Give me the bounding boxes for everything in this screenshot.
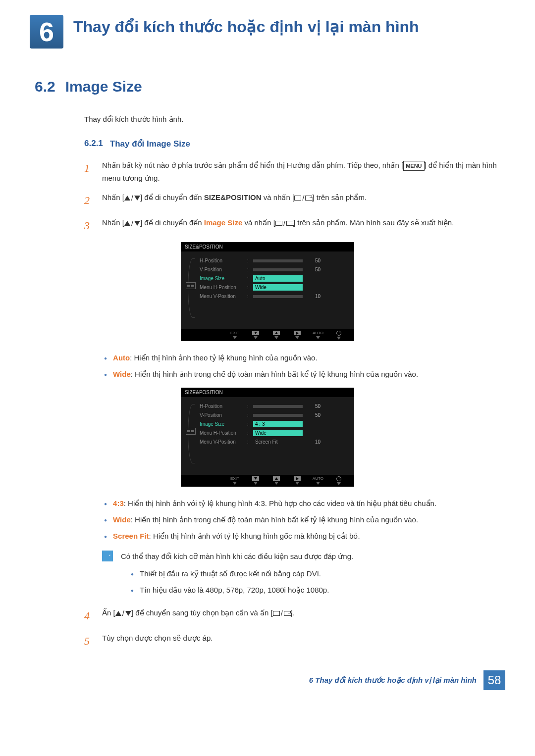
osd-selected-option: 4 : 3 (253, 421, 303, 427)
osd-label: Image Size (200, 421, 244, 427)
step-text: ] trên sản phẩm. Màn hình sau đây sẽ xuấ… (293, 218, 454, 227)
osd-bracket-icon (188, 258, 195, 318)
step-number: 1 (84, 159, 93, 184)
bullet-icon: ● (104, 367, 107, 381)
list-item: ●Auto: Hiển thị hình ảnh theo tỷ lệ khun… (104, 351, 505, 364)
power-icon (336, 331, 341, 336)
osd-option: Wide (253, 430, 303, 436)
osd-auto-button: AUTO (308, 476, 328, 485)
option-desc: : Hiển thị hình ảnh trong chế độ toàn mà… (131, 515, 418, 524)
step-text: Ấn [ (102, 608, 115, 617)
step-text: ] trên sản phẩm. (312, 193, 367, 202)
step-number: 4 (84, 606, 93, 625)
osd-row-menuvposition: Menu V-Position:Screen Fit10 (200, 438, 347, 447)
step-number: 5 (84, 632, 93, 650)
note-intro: Có thể thay đổi kích cỡ màn hình khi các… (121, 550, 505, 563)
step-text: Tùy chọn được chọn sẽ được áp. (102, 632, 505, 650)
power-icon (336, 476, 341, 481)
up-down-icon: / (115, 607, 131, 620)
step-text: và nhấn [ (262, 193, 295, 202)
osd-value: 50 (306, 403, 321, 409)
step-text: Nhấn bất kỳ nút nào ở phía trước sản phẩ… (102, 161, 403, 169)
osd-down-button (245, 331, 266, 339)
section-title: Image Size (65, 78, 142, 95)
step-text: Nhấn [ (102, 218, 124, 227)
osd-value: 10 (306, 439, 321, 445)
chapter-header: 6 Thay đổi kích thước hoặc định vị lại m… (30, 15, 505, 49)
step-text: ] để di chuyển đến (140, 193, 204, 202)
osd-row-option: Menu H-Position:Wide (200, 429, 347, 438)
osd-value: 10 (306, 294, 321, 299)
osd-exit-button: EXIT (224, 476, 245, 485)
bullet-icon: ● (131, 567, 134, 580)
osd-power-button (328, 331, 349, 340)
section-number: 6.2 (35, 78, 55, 95)
list-item: ●Wide: Hiển thị hình ảnh trong chế độ to… (104, 367, 505, 381)
osd-label: H-Position (200, 258, 244, 263)
list-item: ●Thiết bị đầu ra kỹ thuật số được kết nố… (131, 567, 505, 580)
list-item: ●Screen Fit: Hiển thị hình ảnh với tỷ lệ… (104, 529, 505, 543)
option-term: Wide (113, 515, 131, 524)
osd-row-hposition: H-Position:50 (200, 402, 347, 411)
intro-text: Thay đổi kích thước hình ảnh. (30, 115, 505, 124)
step-text: ] để chuyển sang tùy chọn bạn cần và ấn … (131, 608, 273, 617)
osd-row-hposition: H-Position:50 (200, 256, 347, 265)
osd-row-menuvposition: Menu V-Position:10 (200, 292, 347, 301)
option-term: Screen Fit (113, 532, 149, 540)
osd-title: SIZE&POSITION (181, 388, 354, 397)
bullet-icon: ● (104, 497, 107, 510)
osd-right-button (287, 331, 308, 339)
enter-icon: / (294, 192, 312, 204)
osd-auto-button: AUTO (308, 331, 328, 339)
osd-label: Menu H-Position (200, 430, 244, 436)
step-number: 2 (84, 191, 93, 209)
option-desc: : Hiển thị hình ảnh trong chế độ toàn mà… (131, 370, 418, 378)
bullet-icon: ● (104, 529, 107, 543)
option-term: Wide (113, 370, 131, 378)
osd-screenshot-1: SIZE&POSITION H-Position:50 V-Position:5… (181, 242, 354, 341)
subsection-number: 6.2.1 (84, 139, 103, 149)
osd-option: Screen Fit (253, 439, 303, 445)
chapter-title: Thay đổi kích thước hoặc định vị lại màn… (73, 15, 419, 38)
osd-label: Menu V-Position (200, 294, 244, 299)
menu-button-label: MENU (403, 161, 424, 171)
section-heading: 6.2 Image Size (30, 78, 505, 95)
bullet-icon: ● (131, 583, 134, 597)
osd-selected-option: Auto (253, 275, 303, 282)
osd-title: SIZE&POSITION (181, 242, 354, 252)
page-footer: 6 Thay đổi kích thước hoặc định vị lại m… (30, 670, 505, 690)
option-desc: : Hiển thị hình ảnh với tỷ lệ khung hình… (124, 499, 436, 507)
nav-target: Image Size (204, 218, 243, 227)
list-item: ●Wide: Hiển thị hình ảnh trong chế độ to… (104, 513, 505, 526)
option-term: Auto (113, 353, 130, 362)
list-item: ●4:3: Hiển thị hình ảnh với tỷ lệ khung … (104, 497, 505, 510)
osd-label: V-Position (200, 267, 244, 272)
osd-down-button (245, 476, 266, 485)
osd-value: 50 (306, 258, 321, 263)
bullet-icon: ● (104, 351, 107, 364)
up-down-icon: / (124, 217, 140, 230)
step-number: 3 (84, 216, 93, 235)
osd-button-bar: EXIT AUTO (181, 475, 354, 487)
note-item-text: Thiết bị đầu ra kỹ thuật số được kết nối… (140, 567, 321, 580)
enter-icon: / (275, 217, 293, 230)
subsection-title: Thay đổi Image Size (110, 139, 190, 149)
nav-target: SIZE&POSITION (204, 193, 262, 202)
step-4: 4 Ấn [/] để chuyển sang tùy chọn bạn cần… (84, 606, 505, 625)
osd-row-option: Menu H-Position:Wide (200, 283, 347, 292)
osd-bracket-icon (188, 404, 195, 463)
osd-option: Wide (253, 284, 303, 291)
osd-row-imagesize: Image Size:4 : 3 (200, 420, 347, 429)
step-1: 1 Nhấn bất kỳ nút nào ở phía trước sản p… (84, 159, 505, 184)
osd-value: 50 (306, 412, 321, 418)
osd-label: H-Position (200, 403, 244, 409)
osd-label: Image Size (200, 276, 244, 281)
osd-right-button (287, 476, 308, 485)
osd-button-bar: EXIT AUTO (181, 329, 354, 341)
subsection-heading: 6.2.1 Thay đổi Image Size (30, 139, 505, 149)
note-box: Có thể thay đổi kích cỡ màn hình khi các… (30, 550, 505, 600)
step-list-cont: 4 Ấn [/] để chuyển sang tùy chọn bạn cần… (30, 606, 505, 651)
step-list: 1 Nhấn bất kỳ nút nào ở phía trước sản p… (30, 159, 505, 235)
osd-row-vposition: V-Position:50 (200, 265, 347, 274)
step-text: ] để di chuyển đến (140, 218, 204, 227)
